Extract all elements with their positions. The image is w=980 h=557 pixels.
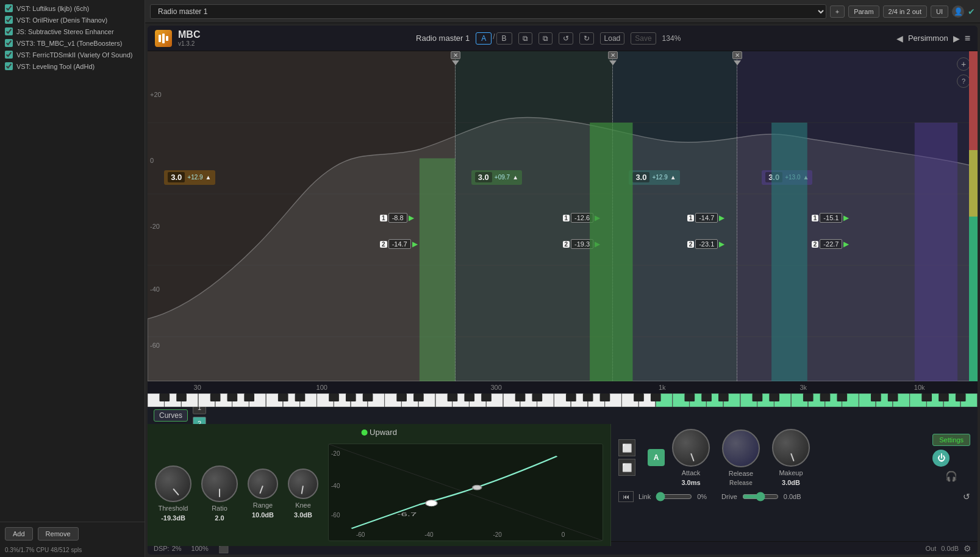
band4-gain-delta: +13.0: [785, 174, 800, 181]
db-0: 0: [150, 157, 154, 164]
square-btn-2[interactable]: ⬜: [618, 459, 635, 476]
comp-curve-display: -20 -40 -60 -60 -40 -20 0: [328, 444, 603, 541]
comp-panel: Upward Threshold -19.3dB: [148, 424, 611, 546]
reset-button[interactable]: ↺: [963, 492, 970, 501]
sidebar-check-3[interactable]: [5, 39, 13, 47]
makeup-value: 3.0dB: [782, 479, 800, 486]
svg-rect-69: [363, 393, 373, 401]
add-button[interactable]: Add: [5, 527, 33, 541]
nav-right-button[interactable]: ▶: [953, 34, 960, 43]
help-button[interactable]: ?: [957, 74, 970, 88]
svg-rect-94: [956, 393, 966, 401]
a-button[interactable]: A: [648, 449, 665, 466]
redo-button[interactable]: ↻: [579, 32, 594, 45]
knee-knob[interactable]: [288, 469, 318, 499]
load-button[interactable]: Load: [600, 32, 625, 45]
svg-rect-2: [166, 36, 168, 41]
preset-select[interactable]: Radio master 1: [150, 4, 826, 19]
band4-gain-strip[interactable]: 3.0 +13.0 ▲: [762, 170, 812, 185]
add-band-button[interactable]: +: [957, 57, 970, 71]
upward-led: [361, 429, 367, 436]
sidebar-items-list: VST: Luftikus (lkjb) (6ch) VST: OrilRive…: [0, 2, 145, 72]
db-minus40: -40: [150, 286, 160, 293]
sidebar-item-4[interactable]: VST: FerricTDSmkII (Variety Of Sound): [0, 49, 145, 60]
power-button[interactable]: ⏻: [932, 450, 950, 467]
io-button[interactable]: 2/4 in 2 out: [883, 5, 927, 18]
ab-a-button[interactable]: A: [476, 32, 492, 45]
svg-point-97: [473, 485, 482, 490]
controls-area: Upward Threshold -19.3dB: [148, 424, 978, 546]
link-label: Link: [638, 493, 651, 500]
release-value: Release: [729, 480, 753, 486]
band1-gain-value: 3.0: [168, 172, 185, 182]
svg-rect-78: [583, 393, 593, 401]
add-track-button[interactable]: +: [830, 5, 845, 18]
comp2-val: -14.7: [388, 239, 411, 249]
makeup-knob[interactable]: [772, 429, 810, 467]
svg-text:-6.7: -6.7: [397, 511, 417, 517]
undo-button[interactable]: ↺: [559, 32, 573, 45]
knee-label: Knee: [295, 501, 311, 509]
sidebar-item-3[interactable]: VST3: TB_MBC_v1 (ToneBoosters): [0, 37, 145, 49]
svg-rect-83: [701, 393, 712, 401]
hamburger-menu[interactable]: ≡: [965, 33, 970, 44]
sidebar-check-1[interactable]: [5, 16, 13, 24]
sidebar-bottom: Add Remove: [0, 522, 145, 545]
sidebar-item-1[interactable]: VST: OrilRiver (Denis Tihanov): [0, 14, 145, 26]
save-button[interactable]: Save: [631, 32, 656, 45]
b2c2-val: -19.3: [571, 239, 593, 249]
link-midi-button[interactable]: ⏮: [618, 491, 634, 502]
svg-rect-70: [396, 393, 407, 401]
makeup-knob-wrap: Makeup 3.0dB: [772, 429, 810, 486]
db-minus60: -60: [150, 342, 160, 349]
band-close-2[interactable]: ✕: [608, 51, 618, 59]
drive-slider[interactable]: [742, 492, 779, 501]
out-label: Out: [926, 545, 937, 552]
settings-button[interactable]: Settings: [932, 434, 970, 446]
freq-30: 30: [194, 384, 201, 391]
band2-gain-strip[interactable]: 3.0 +09.7 ▲: [471, 170, 522, 185]
band-arrow-1: [452, 60, 459, 65]
b3c2-arrow: ▶: [719, 240, 724, 248]
freq-100: 100: [317, 384, 327, 391]
link-slider[interactable]: [656, 492, 692, 501]
band4-comp1: 1 -15.1 ▶: [812, 213, 849, 223]
sidebar-check-0[interactable]: [5, 4, 13, 12]
remove-button[interactable]: Remove: [38, 527, 79, 541]
sidebar-check-5[interactable]: [5, 62, 13, 70]
sidebar-item-0[interactable]: VST: Luftikus (lkjb) (6ch): [0, 2, 145, 14]
gear-button[interactable]: ⚙: [964, 544, 971, 553]
db-plus20: +20: [150, 91, 162, 98]
b4c2-num: 2: [812, 241, 819, 248]
range-knob[interactable]: [248, 469, 278, 499]
param-button[interactable]: Param: [848, 5, 879, 18]
comp1-num: 1: [380, 215, 387, 221]
square-btn-1[interactable]: ⬜: [618, 439, 635, 456]
nav-left-button[interactable]: ◀: [896, 34, 903, 43]
sidebar-label-4: VST: FerricTDSmkII (Variety Of Sound): [16, 51, 133, 59]
paste-button[interactable]: ⧉: [538, 32, 553, 45]
sidebar-item-5[interactable]: VST: Leveling Tool (AdHd): [0, 60, 145, 72]
ab-b-button[interactable]: B: [496, 32, 512, 45]
svg-line-95: [329, 444, 603, 541]
sidebar-item-2[interactable]: JS: Subtractive Stereo Enhancer: [0, 26, 145, 37]
copy-button[interactable]: ⧉: [518, 32, 532, 45]
headphone-button[interactable]: 🎧: [932, 470, 970, 482]
threshold-knob[interactable]: [155, 465, 191, 502]
ui-button[interactable]: UI: [931, 5, 948, 18]
sidebar-label-0: VST: Luftikus (lkjb) (6ch): [16, 5, 89, 12]
sidebar: VST: Luftikus (lkjb) (6ch) VST: OrilRive…: [0, 0, 145, 557]
band-close-3[interactable]: ✕: [732, 51, 742, 59]
band3-gain-strip[interactable]: 3.0 +12.9 ▲: [629, 170, 679, 185]
band1-gain-strip[interactable]: 3.0 +12.9 ▲: [164, 170, 215, 185]
release-knob[interactable]: [722, 429, 760, 467]
sidebar-check-4[interactable]: [5, 51, 13, 59]
band-arrow-2: [609, 60, 617, 65]
band-close-1[interactable]: ✕: [451, 51, 460, 59]
sidebar-check-2[interactable]: [5, 27, 13, 35]
attack-knob[interactable]: [672, 429, 710, 467]
b2c2-arrow: ▶: [595, 240, 600, 248]
ratio-knob[interactable]: [201, 465, 238, 502]
drive-label: Drive: [721, 493, 737, 500]
bottom-section: Curves 1 2 Upward: [148, 407, 978, 541]
